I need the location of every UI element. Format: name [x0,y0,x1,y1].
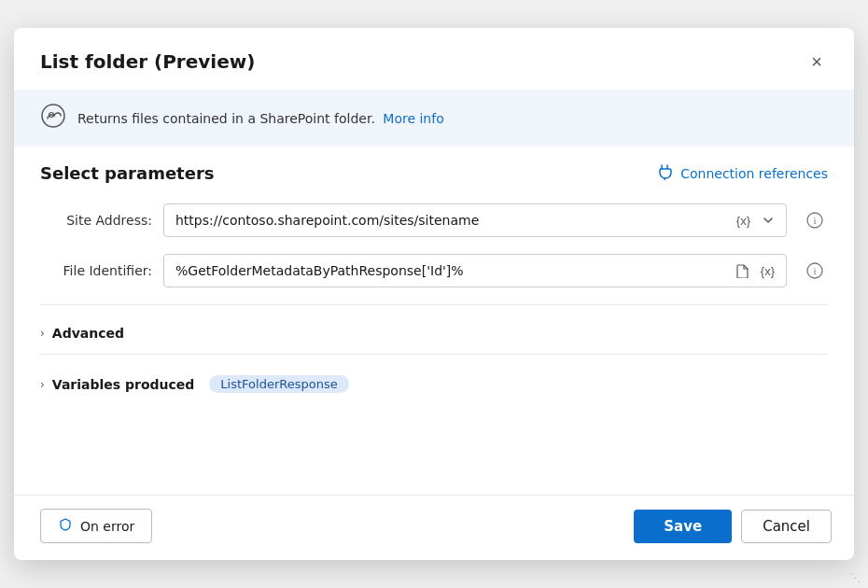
file-identifier-variable-btn[interactable]: {x} [757,262,778,280]
divider-1 [40,304,828,305]
site-address-dropdown-btn[interactable] [758,212,778,229]
close-button[interactable]: × [802,47,832,77]
advanced-label: Advanced [52,326,124,341]
advanced-collapsible[interactable]: › Advanced [40,316,828,350]
site-address-label: Site Address: [40,213,152,228]
shield-icon [58,517,73,535]
svg-text:i: i [813,215,816,226]
site-address-variable-btn[interactable]: {x} [733,212,754,230]
more-info-link[interactable]: More info [383,111,443,126]
site-address-input-wrapper: {x} [163,203,787,237]
file-identifier-info-btn[interactable]: i [802,258,828,284]
file-identifier-label: File Identifier: [40,263,152,278]
variable-badge: ListFolderResponse [209,375,348,393]
divider-2 [40,354,828,355]
connection-references-label: Connection references [680,166,828,181]
advanced-chevron-icon: › [40,327,45,340]
on-error-button[interactable]: On error [40,509,152,543]
sharepoint-icon [40,103,66,133]
file-identifier-file-btn[interactable] [731,261,753,280]
variables-collapsible[interactable]: › Variables produced ListFolderResponse [40,366,828,402]
info-banner: Returns files contained in a SharePoint … [14,90,854,147]
site-address-controls: {x} [733,212,778,230]
footer-right: Save Cancel [634,510,832,543]
site-address-row: Site Address: {x} i [40,203,828,237]
on-error-label: On error [80,519,134,534]
cancel-button[interactable]: Cancel [741,510,832,543]
section-header: Select parameters Connection references [40,163,828,183]
file-identifier-controls: {x} [731,261,778,280]
svg-text:i: i [813,265,816,276]
dialog-header: List folder (Preview) × [14,28,854,90]
variables-label: Variables produced [52,377,195,392]
file-identifier-input-wrapper: {x} [163,254,787,287]
site-address-input[interactable] [175,213,727,228]
list-folder-dialog: List folder (Preview) × Returns files co… [14,28,854,560]
connection-references-button[interactable]: Connection references [656,163,828,183]
file-identifier-input[interactable] [175,263,725,278]
file-identifier-row: File Identifier: {x} i [40,254,828,287]
dialog-footer: On error Save Cancel [14,495,854,560]
site-address-info-btn[interactable]: i [802,207,828,233]
variables-chevron-icon: › [40,378,45,391]
plug-icon [656,163,673,183]
save-button[interactable]: Save [634,510,732,543]
dialog-title: List folder (Preview) [40,50,255,73]
dialog-body: Select parameters Connection references … [14,147,854,487]
info-banner-text: Returns files contained in a SharePoint … [77,111,444,126]
section-title: Select parameters [40,163,215,183]
